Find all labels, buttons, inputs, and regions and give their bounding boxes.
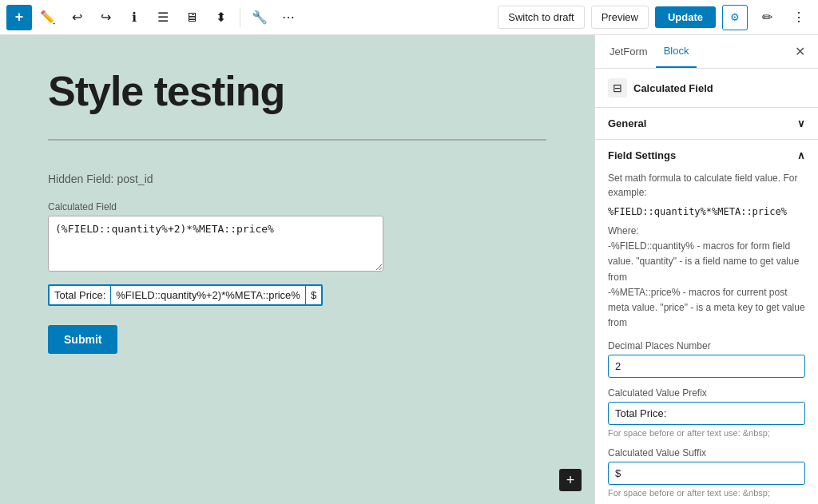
- divider: [240, 8, 240, 27]
- calc-field-section: Calculated Field (%FIELD::quantity%+2)*%…: [48, 201, 546, 272]
- formula-where-text: -%FIELD::quantity% - macros for form fie…: [608, 240, 805, 328]
- tab-block[interactable]: Block: [656, 35, 697, 68]
- add-block-button[interactable]: +: [6, 5, 32, 30]
- decimal-places-input[interactable]: [608, 355, 805, 378]
- switch-to-draft-button[interactable]: Switch to draft: [498, 6, 584, 29]
- submit-button[interactable]: Submit: [48, 325, 117, 354]
- suffix-input[interactable]: [608, 462, 805, 485]
- canvas-add-block-button[interactable]: +: [559, 469, 582, 491]
- formula-description: Set math formula to calculate field valu…: [608, 171, 805, 200]
- prefix-hint: For space before or after text use: &nbs…: [608, 428, 805, 438]
- calc-field-label: Calculated Field: [48, 201, 546, 212]
- field-settings-section-header[interactable]: Field Settings ∧: [595, 140, 818, 171]
- tab-jetform[interactable]: JetForm: [602, 36, 656, 67]
- general-label: General: [608, 117, 646, 129]
- hidden-field-label: Hidden Field: post_id: [48, 173, 546, 185]
- list-view-button[interactable]: ☰: [150, 5, 176, 30]
- main-layout: Style testing Hidden Field: post_id Calc…: [0, 35, 818, 504]
- general-chevron-icon: ∨: [797, 117, 805, 129]
- redo-button[interactable]: ↪: [93, 5, 118, 30]
- field-settings-section: Field Settings ∧ Set math formula to cal…: [595, 140, 818, 504]
- panel-close-button[interactable]: ✕: [788, 38, 812, 65]
- canvas-divider: [48, 139, 546, 141]
- right-panel: JetForm Block ✕ ⊟ Calculated Field Gener…: [594, 35, 818, 504]
- up-down-button[interactable]: ⬍: [208, 5, 233, 30]
- page-title: Style testing: [48, 67, 546, 115]
- field-settings-chevron-icon: ∧: [797, 149, 805, 161]
- formula-example: %FIELD::quantity%*%META::price%: [608, 206, 805, 217]
- decimal-places-label: Decimal Places Number: [608, 340, 805, 351]
- suffix-label: Calculated Value Suffix: [608, 447, 805, 458]
- settings-button[interactable]: ⚙: [722, 5, 748, 30]
- preview-device-button[interactable]: 🖥: [179, 5, 204, 30]
- panel-field-header: ⊟ Calculated Field: [595, 69, 818, 108]
- general-section-header[interactable]: General ∨: [595, 108, 818, 139]
- toolbar: + ✏️ ↩ ↪ ℹ ☰ 🖥 ⬍ 🔧 ⋯ Switch to draft Pre…: [0, 0, 818, 35]
- total-price-prefix: Total Price:: [50, 286, 111, 304]
- general-section: General ∨: [595, 108, 818, 140]
- field-settings-label: Field Settings: [608, 149, 676, 161]
- total-price-formula: %FIELD::quantity%+2)*%META::price%: [111, 286, 305, 304]
- formula-where: Where: -%FIELD::quantity% - macros for f…: [608, 224, 805, 331]
- total-price-row: Total Price: %FIELD::quantity%+2)*%META:…: [48, 284, 323, 306]
- canvas-area: Style testing Hidden Field: post_id Calc…: [0, 35, 594, 504]
- panel-tabs: JetForm Block ✕: [595, 35, 818, 69]
- info-button[interactable]: ℹ: [121, 5, 147, 30]
- field-name-label: Calculated Field: [633, 82, 713, 94]
- wrench-button[interactable]: 🔧: [247, 5, 272, 30]
- overflow-menu-button[interactable]: ⋮: [786, 5, 812, 30]
- field-settings-content: Set math formula to calculate field valu…: [595, 171, 818, 504]
- toolbar-left: + ✏️ ↩ ↪ ℹ ☰ 🖥 ⬍ 🔧 ⋯: [6, 5, 494, 30]
- prefix-label: Calculated Value Prefix: [608, 387, 805, 399]
- prefix-input[interactable]: [608, 402, 805, 425]
- calc-field-textarea[interactable]: (%FIELD::quantity%+2)*%META::price%: [48, 216, 383, 272]
- formula-where-label: Where:: [608, 225, 639, 236]
- more-button[interactable]: ⋯: [276, 5, 301, 30]
- undo-button[interactable]: ↩: [64, 5, 89, 30]
- toolbar-right: Switch to draft Preview Update ⚙ ✏ ⋮: [498, 5, 812, 30]
- tools-button[interactable]: ✏️: [35, 5, 61, 30]
- preview-button[interactable]: Preview: [591, 6, 649, 29]
- total-price-suffix: $: [305, 286, 321, 304]
- calculated-field-icon: ⊟: [608, 78, 627, 97]
- update-button[interactable]: Update: [655, 6, 716, 28]
- suffix-hint: For space before or after text use: &nbs…: [608, 488, 805, 498]
- style-button[interactable]: ✏: [754, 5, 780, 30]
